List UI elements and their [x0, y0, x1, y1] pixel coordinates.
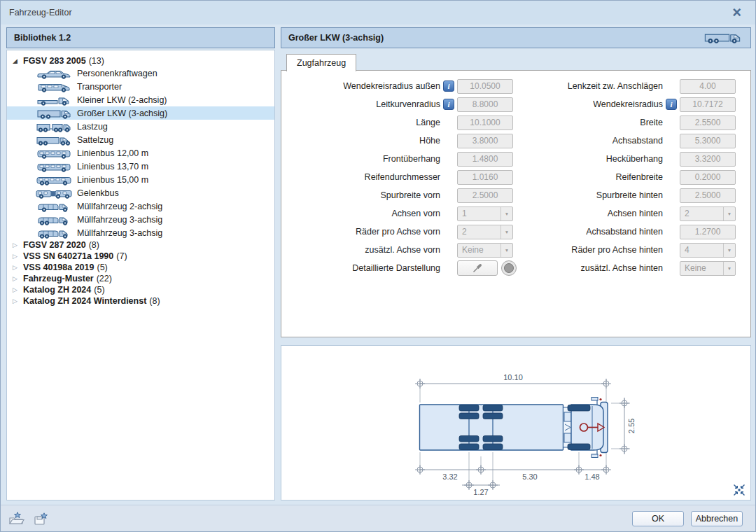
expand-icon[interactable]: ▷ — [13, 286, 23, 293]
field-label: Achsen hinten — [505, 209, 663, 218]
field-label: Hecküberhang — [505, 154, 663, 164]
vehicle-item[interactable]: Linienbus 13,70 m — [7, 160, 274, 173]
garbage-truck-2-icon — [35, 201, 77, 212]
vehicle-item[interactable]: Müllfahrzeug 3-achsig — [7, 213, 274, 226]
pick-style-button[interactable] — [457, 260, 498, 276]
info-icon[interactable]: i — [666, 99, 677, 110]
field-select: 2▼ — [680, 206, 736, 221]
form-row: zusätzl. Achse vornKeine▼ — [283, 241, 517, 259]
vehicle-item[interactable]: Transporter — [7, 80, 274, 93]
open-favorites-icon[interactable] — [8, 511, 26, 526]
expand-icon[interactable]: ▷ — [13, 275, 23, 282]
titlebar: Fahrzeug-Editor × — [1, 1, 755, 24]
vehicle-item[interactable]: Müllfahrzeug 2-achsig — [7, 200, 274, 213]
library-count: (13) — [89, 56, 104, 66]
field-label: zusätzl. Achse vorn — [283, 245, 440, 255]
info-icon[interactable]: i — [443, 80, 454, 92]
vehicle-item[interactable]: Linienbus 15,00 m — [7, 173, 274, 186]
library-count: (5) — [97, 262, 107, 272]
vehicle-label: Gelenkbus — [77, 188, 119, 198]
footer-icons — [8, 511, 50, 526]
library-panel-header: Bibliothek 1.2 — [6, 27, 275, 48]
form-row: Hecküberhang3.3200 — [505, 150, 736, 168]
field-label: Reifenbreite — [505, 172, 663, 182]
form-row: Detaillierte Darstellung — [283, 259, 517, 277]
window-title: Fahrzeug-Editor — [9, 8, 732, 18]
library-node[interactable]: ▷Katalog ZH 2024(5) — [7, 284, 274, 295]
dim-wheelbase-label: 5.30 — [522, 472, 537, 481]
save-favorite-icon[interactable] — [32, 511, 50, 526]
vehicle-item[interactable]: Gelenkbus — [7, 186, 274, 200]
field-input: 0.2000 — [680, 170, 736, 185]
field-label: Lenkzeit zw. Anschlägen — [505, 81, 663, 91]
van-icon — [35, 81, 77, 92]
field-label: Achsabstand hinten — [505, 227, 663, 237]
field-select: 1▼ — [457, 206, 513, 221]
small-truck-icon — [35, 94, 77, 106]
vehicle-item-selected[interactable]: Großer LKW (3-achsig) — [7, 106, 274, 120]
vehicle-item[interactable]: Kleiner LKW (2-achsig) — [7, 93, 274, 106]
form-row: Achsen hinten2▼ — [505, 204, 736, 223]
field-input: 2.5500 — [680, 115, 736, 130]
library-count: (5) — [94, 285, 104, 295]
library-node[interactable]: ◢FGSV 283 2005(13) — [7, 55, 274, 66]
field-label: Breite — [505, 118, 663, 127]
tab-zugfahrzeug[interactable]: Zugfahrzeug — [286, 54, 356, 71]
library-name: FGSV 283 2005 — [23, 56, 86, 66]
big-truck-icon — [35, 108, 77, 119]
vehicle-title: Großer LKW (3-achsig) — [288, 33, 701, 43]
select-value: Keine — [680, 262, 723, 275]
vehicle-item[interactable]: Personenkraftwagen — [7, 66, 274, 80]
library-node[interactable]: ▷Fahrzeug-Muster(22) — [7, 273, 274, 284]
ok-button[interactable]: OK — [632, 511, 684, 526]
vehicle-item[interactable]: Sattelzug — [7, 133, 274, 146]
library-count: (8) — [149, 296, 160, 306]
field-label: Detaillierte Darstellung — [283, 263, 440, 273]
dim-length-label: 10.10 — [503, 373, 523, 382]
form-row: Spurbreite vorn2.5000 — [283, 186, 517, 204]
form-row: Länge10.1000 — [283, 113, 517, 132]
field-input: 2.5000 — [457, 188, 513, 203]
library-node[interactable]: ▷VSS SN 640271a 1990(7) — [7, 251, 274, 262]
library-node[interactable]: ▷Katalog ZH 2024 Winterdienst(8) — [7, 295, 274, 307]
field-label: Frontüberhang — [283, 154, 440, 164]
select-value: Keine — [458, 244, 500, 257]
form-row: Leitkurvenradiusi8.8000 — [283, 95, 517, 113]
field-select: 4▼ — [680, 243, 736, 258]
vehicle-form-panel: Wendekreisradius außeni10.0500Leitkurven… — [281, 70, 751, 337]
library-name: Katalog ZH 2024 Winterdienst — [23, 296, 146, 306]
select-value: 2 — [680, 207, 723, 220]
library-name: VSS SN 640271a 1990 — [23, 251, 113, 261]
expand-icon[interactable]: ▷ — [13, 241, 23, 248]
collapse-icon[interactable]: ◢ — [13, 57, 23, 64]
form-row: Räder pro Achse hinten4▼ — [505, 241, 736, 259]
dim-front-overhang-label: 1.48 — [584, 472, 599, 481]
vehicle-label: Personenkraftwagen — [77, 69, 158, 78]
library-title: Bibliothek 1.2 — [14, 33, 71, 43]
library-node[interactable]: ▷VSS 40198a 2019(5) — [7, 262, 274, 273]
info-icon[interactable]: i — [443, 99, 454, 110]
cancel-button[interactable]: Abbrechen — [691, 511, 743, 526]
bus-icon — [35, 161, 77, 172]
zoom-to-fit-icon[interactable] — [733, 484, 746, 496]
expand-icon[interactable]: ▷ — [13, 264, 23, 271]
truck-trailer-icon — [35, 121, 77, 132]
vehicle-item[interactable]: Lastzug — [7, 120, 274, 133]
form-row: Räder pro Achse vorn2▼ — [283, 223, 517, 241]
footer-bar: OK Abbrechen — [1, 505, 755, 531]
vehicle-item[interactable]: Linienbus 12,00 m — [7, 146, 274, 160]
chevron-down-icon: ▼ — [723, 262, 735, 275]
expand-icon[interactable]: ▷ — [13, 253, 23, 260]
form-row: Höhe3.8000 — [283, 132, 517, 150]
library-count: (7) — [116, 251, 127, 261]
expand-icon[interactable]: ▷ — [13, 298, 23, 304]
vehicle-label: Linienbus 15,00 m — [77, 175, 148, 185]
field-label: Räder pro Achse vorn — [283, 227, 440, 237]
form-row: Achsabstand5.3000 — [505, 132, 736, 150]
dialog-buttons: OK Abbrechen — [632, 511, 748, 526]
tab-strip: Zugfahrzeug — [281, 54, 356, 71]
vehicle-item[interactable]: Müllfahrzeug 3-achsig — [7, 226, 274, 239]
field-label: Wendekreisradius — [505, 99, 663, 109]
close-icon[interactable]: × — [732, 5, 741, 20]
library-node[interactable]: ▷FGSV 287 2020(8) — [7, 239, 274, 251]
